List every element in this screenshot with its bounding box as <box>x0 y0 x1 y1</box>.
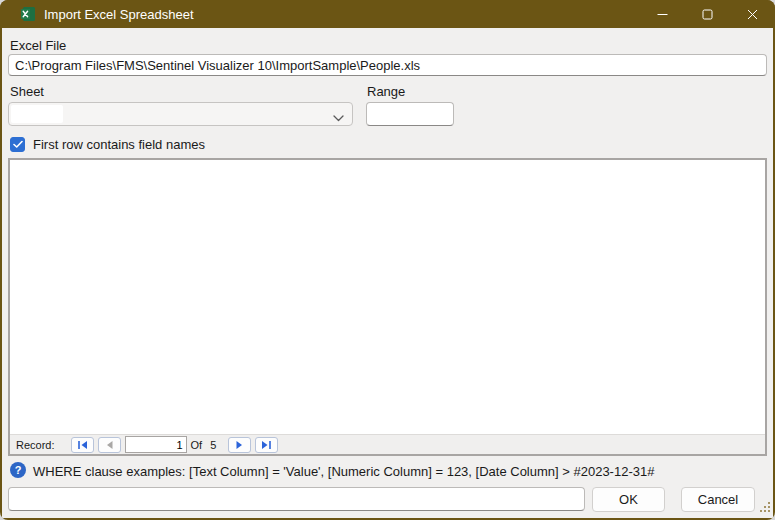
import-dialog-window: Import Excel Spreadsheet Excel File Shee… <box>0 0 775 520</box>
resize-grip[interactable] <box>758 500 771 516</box>
previous-record-icon[interactable] <box>98 437 121 453</box>
dialog-content: Excel File Sheet Range First row contain… <box>2 28 773 518</box>
ok-button[interactable]: OK <box>592 487 665 512</box>
excel-app-icon <box>20 6 36 22</box>
record-label: Record: <box>16 439 55 451</box>
excel-file-label: Excel File <box>10 38 66 53</box>
where-clause-input[interactable] <box>8 487 585 511</box>
record-of-label: Of <box>191 439 203 451</box>
next-record-icon[interactable] <box>228 437 251 453</box>
chevron-down-icon <box>333 110 344 125</box>
sheet-label: Sheet <box>10 84 44 99</box>
help-icon[interactable]: ? <box>10 462 26 478</box>
record-navigator: Record: Of 5 <box>10 434 765 454</box>
maximize-icon[interactable] <box>685 0 730 28</box>
preview-grid: Record: Of 5 <box>8 158 767 456</box>
close-icon[interactable] <box>730 0 775 28</box>
first-row-checkbox[interactable] <box>10 137 25 152</box>
preview-grid-body[interactable] <box>10 160 765 434</box>
record-number-input[interactable] <box>125 436 187 453</box>
first-row-checkbox-label: First row contains field names <box>33 137 205 152</box>
cancel-button[interactable]: Cancel <box>681 487 755 512</box>
last-record-icon[interactable] <box>255 437 278 453</box>
sheet-select-edit[interactable] <box>11 105 63 123</box>
first-record-icon[interactable] <box>71 437 94 453</box>
record-total: 5 <box>210 439 216 451</box>
range-label: Range <box>367 84 405 99</box>
title-bar: Import Excel Spreadsheet <box>0 0 775 28</box>
range-input[interactable] <box>366 102 454 126</box>
first-row-checkbox-row[interactable]: First row contains field names <box>10 137 205 152</box>
where-clause-examples: WHERE clause examples: [Text Column] = '… <box>33 464 654 479</box>
window-title: Import Excel Spreadsheet <box>44 7 194 22</box>
titlebar-buttons <box>640 0 775 28</box>
minimize-icon[interactable] <box>640 0 685 28</box>
excel-file-input[interactable] <box>8 54 767 76</box>
sheet-select[interactable] <box>8 102 353 126</box>
